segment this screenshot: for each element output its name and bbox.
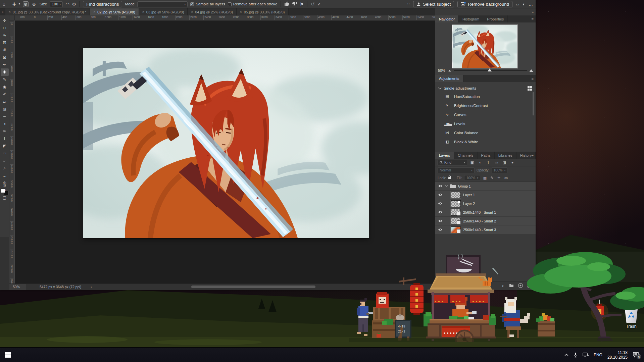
tray-chevron-up-icon[interactable] [564, 354, 568, 356]
visibility-eye-icon[interactable] [438, 219, 443, 222]
drag-grip-icon[interactable]: ∷ [407, 2, 410, 6]
close-tab-icon[interactable]: × [240, 10, 242, 14]
type-tool[interactable]: T [1, 135, 9, 142]
document-tab[interactable]: × 02.jpg @ 50% (RGB/8) [90, 8, 139, 15]
size-select[interactable]: 100 ▾ [50, 1, 63, 7]
remove-after-each-stroke-checkbox[interactable]: Remove after each stroke [228, 2, 278, 6]
filter-type-layers-icon[interactable]: T [485, 160, 491, 164]
lock-artboard-icon[interactable]: ▭ [503, 176, 508, 180]
group-expand-chevron[interactable] [445, 184, 448, 187]
find-distractions-button[interactable]: Find distractions [83, 1, 122, 7]
blend-mode-select[interactable]: Normal ▾ [438, 167, 475, 173]
tool-preset-chevron-icon[interactable]: ▾ [19, 3, 20, 5]
layer-thumbnail[interactable] [451, 218, 461, 224]
layer-row[interactable]: 2560x1440 - Smart 1 [435, 208, 536, 217]
rectangle-tool[interactable]: ▭ [1, 150, 9, 157]
slider-thumb[interactable] [488, 68, 492, 71]
layer-row[interactable]: Group 1 [435, 182, 536, 191]
object-selection-tool[interactable]: ⊡ [1, 39, 9, 46]
smudge-tool[interactable]: ∽ [1, 113, 9, 120]
language-indicator[interactable]: ENG [594, 353, 602, 357]
lasso-tool[interactable]: ∿ [1, 32, 9, 39]
edit-toolbar[interactable]: … [1, 172, 9, 179]
zoom-tool[interactable]: ⌕ [1, 164, 9, 172]
gradient-tool[interactable]: ▨ [1, 105, 9, 113]
single-adjustments-group[interactable]: Single adjustments [435, 85, 536, 92]
color-balance-icon[interactable]: ⋈ Color Balance [435, 128, 536, 137]
select-subject-button[interactable]: Select subject [413, 1, 454, 7]
rectangular-marquee-tool[interactable]: □ [1, 24, 9, 32]
commit-check-icon[interactable]: ✓ [317, 2, 321, 6]
panel-menu-icon[interactable]: ≡ [532, 75, 534, 82]
layer-row[interactable]: 2560x1440 - Smart 3 [435, 225, 536, 234]
taskbar-clock[interactable]: 11:18 28.10.2025 [607, 350, 628, 360]
panel-tab[interactable]: Histogram [459, 15, 483, 22]
lock-position-icon[interactable]: ✛ [496, 176, 501, 180]
layer-row[interactable]: Layer 1 [435, 191, 536, 199]
crop-tool[interactable]: # [1, 46, 9, 54]
curves-icon[interactable]: ∿ Curves [435, 110, 536, 119]
panel-tab[interactable]: Adjustments [435, 75, 463, 82]
lock-pixels-icon[interactable]: ✎ [489, 176, 494, 180]
close-tab-icon[interactable]: × [9, 10, 11, 14]
panel-tab[interactable]: Channels [454, 152, 477, 159]
layer-thumbnail[interactable] [451, 209, 461, 216]
layer-name[interactable]: 2560x1440 - Smart 1 [463, 210, 496, 214]
start-button[interactable] [5, 352, 11, 358]
filter-toggle-icon[interactable]: ● [509, 160, 515, 164]
close-tab-icon[interactable]: × [93, 10, 95, 14]
filter-shape-layers-icon[interactable]: ▭ [493, 160, 499, 165]
panel-tab[interactable]: Properties [483, 15, 508, 22]
opacity-field[interactable]: 100% ▾ [492, 167, 508, 173]
panel-menu-icon[interactable]: ≡ [532, 152, 534, 159]
document-canvas[interactable] [83, 48, 369, 238]
sample-all-layers-checkbox[interactable]: ✓ Sample all layers [190, 2, 225, 6]
zoom-in-icon[interactable] [529, 69, 533, 72]
navigator-zoom-slider[interactable] [454, 70, 527, 71]
close-tab-icon[interactable]: × [142, 10, 144, 14]
navigator-preview[interactable] [452, 24, 518, 68]
collapse-dock-icon[interactable]: » [532, 10, 534, 14]
layer-name[interactable]: Group 1 [458, 184, 471, 188]
document-tab[interactable]: × 01.jpg @ 33.3% (Background copy, RGB/8… [5, 8, 90, 15]
contrast-icon[interactable]: ◐ [523, 2, 525, 6]
status-zoom-field[interactable]: 50% [9, 284, 26, 290]
path-selection-tool[interactable]: ◤ [1, 142, 9, 150]
undo-icon[interactable]: ↺ [311, 2, 315, 6]
layer-thumbnail[interactable] [451, 192, 461, 198]
document-tab[interactable]: × 05.jpg @ 33.3% (RGB/8) [237, 8, 289, 15]
eraser-tool[interactable]: ▱ [1, 98, 9, 105]
home-icon[interactable]: ⌂ [3, 2, 5, 6]
mode-select[interactable]: ▾ [137, 1, 188, 7]
brush-decrease-button[interactable]: ⊖ [31, 1, 37, 7]
more-options-icon[interactable]: … [529, 2, 533, 6]
clone-stamp-tool[interactable]: ◉ [1, 83, 9, 91]
scrollbar-thumb[interactable] [533, 92, 534, 115]
visibility-eye-icon[interactable] [438, 228, 443, 231]
eyedropper-tool[interactable]: ✒ [1, 61, 9, 68]
notification-center-icon[interactable]: 6 [633, 352, 640, 358]
panel-tab[interactable]: Navigator [435, 15, 459, 22]
grid-view-icon[interactable] [528, 86, 532, 91]
horizontal-scrollbar-thumb[interactable] [191, 286, 315, 288]
brightness-contrast-icon[interactable]: ☀ Brightness/Contrast [435, 101, 536, 110]
move-tool[interactable]: ✛ [1, 17, 9, 24]
black-white-icon[interactable]: ◧ Black & White [435, 137, 536, 146]
layer-name[interactable]: 2560x1440 - Smart 3 [463, 228, 496, 232]
hand-tool[interactable]: ☞ [1, 157, 9, 164]
filter-adjustment-layers-icon[interactable]: ◐ [477, 160, 483, 164]
layer-row[interactable]: 2560x1440 - Smart 2 [435, 217, 536, 225]
brush-increase-button[interactable]: ⊕ [23, 1, 29, 7]
visibility-eye-icon[interactable] [438, 193, 443, 196]
foreground-color-swatch[interactable] [1, 189, 5, 193]
layer-name[interactable]: 2560x1440 - Smart 2 [463, 219, 496, 223]
network-display-icon[interactable] [583, 352, 589, 357]
layer-thumbnail[interactable] [450, 184, 456, 188]
dodge-tool[interactable]: ◑ [1, 120, 9, 127]
history-brush-tool[interactable]: ✐ [1, 91, 9, 98]
fill-field[interactable]: 100% ▾ [464, 175, 480, 181]
navigator-zoom-value[interactable]: 50% [438, 68, 445, 72]
layer-thumbnail[interactable] [451, 200, 461, 207]
panel-menu-icon[interactable]: ≡ [532, 15, 534, 22]
lock-all-icon[interactable] [448, 175, 451, 180]
